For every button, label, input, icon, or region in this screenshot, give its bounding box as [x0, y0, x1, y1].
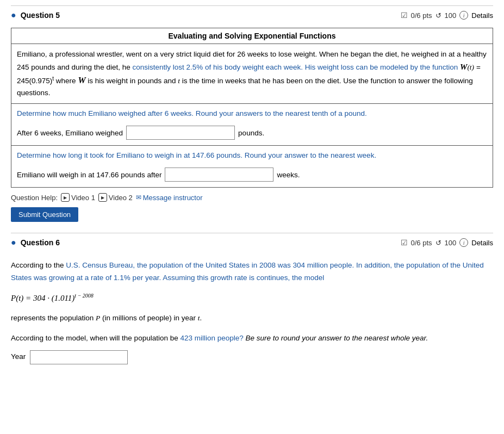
q5-part1-prompt: Determine how much Emiliano weighed afte… — [11, 104, 493, 122]
q5-part2: Determine how long it took for Emiliano … — [11, 146, 493, 187]
question6-tries: 100 — [445, 239, 457, 247]
question5-tries: 100 — [445, 11, 457, 20]
q6-formula: P(t) = 304 · (1.011)t − 2008 — [11, 291, 493, 306]
question6-meta: ☑ 0/6 pts ↺ 100 i Details — [401, 238, 493, 247]
q5-part1-input-row: After 6 weeks, Emiliano weighed pounds. — [11, 122, 493, 145]
q5-intro: Emiliano, a professional wrestler, went … — [11, 44, 493, 104]
question6-label: Question 6 — [21, 238, 60, 247]
q6-year-row: Year — [11, 350, 493, 364]
help-label: Question Help: — [11, 194, 58, 202]
video1-label: Video 1 — [71, 194, 95, 202]
video1-link[interactable]: ▶ Video 1 — [61, 193, 95, 202]
q5-title: Evaluating and Solving Exponential Funct… — [11, 28, 493, 44]
question5-header: ● Question 5 ☑ 0/6 pts ↺ 100 i Details — [11, 5, 493, 23]
q6-formula-text: P(t) = 304 · (1.011)t − 2008 — [11, 294, 94, 302]
question5-details-link[interactable]: Details — [471, 11, 493, 20]
question6-header: ● Question 6 ☑ 0/6 pts ↺ 100 i Details — [11, 233, 493, 251]
q6-checkbox-icon: ☑ — [401, 238, 408, 247]
q5-part2-input-row: Emiliano will weigh in at 147.66 pounds … — [11, 164, 493, 187]
q5-part2-prefix: Emiliano will weigh in at 147.66 pounds … — [17, 171, 161, 179]
question-help-row: Question Help: ▶ Video 1 ▶ Video 2 ✉ Mes… — [11, 193, 493, 202]
message-instructor-link[interactable]: ✉ Message instructor — [136, 194, 203, 202]
q6-para1: According to the U.S. Census Bureau, the… — [11, 259, 493, 284]
question6-pts: 0/6 pts — [411, 239, 432, 247]
question6-details-link[interactable]: Details — [471, 239, 493, 247]
q6-info-icon[interactable]: i — [459, 238, 468, 247]
submit-question5-button[interactable]: Submit Question — [11, 207, 78, 222]
q5-part2-input[interactable] — [165, 168, 273, 182]
question5-pts: 0/6 pts — [411, 11, 432, 20]
tries-icon: ↺ — [435, 11, 441, 20]
q6-P-label: P — [96, 314, 100, 322]
checkbox-icon: ☑ — [401, 11, 408, 20]
question5-bullet: ● — [11, 10, 16, 20]
question5-meta: ☑ 0/6 pts ↺ 100 i Details — [401, 11, 493, 20]
question5-content-box: Evaluating and Solving Exponential Funct… — [11, 28, 493, 188]
q5-part2-prompt-text: Determine how long it took for Emiliano … — [17, 151, 376, 159]
q6-question-para: According to the model, when will the po… — [11, 332, 493, 345]
q6-year-input[interactable] — [30, 350, 128, 364]
q5-part2-prompt: Determine how long it took for Emiliano … — [11, 146, 493, 164]
q6-census-highlight: U.S. Census Bureau, the population of th… — [66, 261, 354, 269]
q5-part1-input[interactable] — [126, 126, 235, 140]
q6-year-label: Year — [11, 351, 26, 363]
info-icon[interactable]: i — [459, 11, 468, 20]
play2-icon: ▶ — [98, 193, 107, 202]
question5-label-group: ● Question 5 — [11, 10, 60, 20]
question6-label-group: ● Question 6 — [11, 238, 60, 247]
q6-t-label: t — [198, 314, 200, 322]
q5-part1-suffix: pounds. — [238, 129, 264, 137]
video2-link[interactable]: ▶ Video 2 — [98, 193, 133, 202]
q5-intro-text: Emiliano, a professional wrestler, went … — [17, 50, 487, 97]
q6-round-note: Be sure to round your answer to the near… — [246, 334, 428, 342]
question5-label: Question 5 — [21, 11, 60, 20]
q6-represents: represents the population P (in millions… — [11, 312, 493, 325]
play1-icon: ▶ — [61, 193, 70, 202]
q6-423-highlight: 423 million people? — [180, 334, 243, 342]
q5-part1-prefix: After 6 weeks, Emiliano weighed — [17, 129, 123, 137]
question6-bullet: ● — [11, 238, 16, 247]
q6-tries-icon: ↺ — [435, 239, 441, 247]
question6-content: According to the U.S. Census Bureau, the… — [11, 255, 493, 368]
video2-label: Video 2 — [109, 194, 133, 202]
q5-part1: Determine how much Emiliano weighed afte… — [11, 104, 493, 146]
q5-part2-suffix: weeks. — [277, 171, 300, 179]
message-label: Message instructor — [143, 194, 203, 202]
envelope-icon: ✉ — [136, 194, 141, 201]
q5-part1-prompt-text: Determine how much Emiliano weighed afte… — [17, 109, 367, 117]
